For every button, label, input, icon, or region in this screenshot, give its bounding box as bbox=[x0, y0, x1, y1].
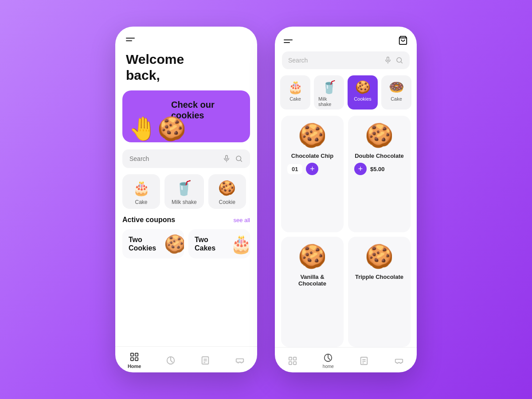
tripple-choc-image: 🍪 bbox=[365, 243, 394, 270]
choc-chip-qty: 01 bbox=[287, 164, 302, 174]
cat2-cake-label: Cake bbox=[289, 96, 301, 102]
double-choc-price: $5.00 bbox=[370, 166, 385, 172]
product-tripple-choc: 🍪 Tripple Chocolate bbox=[348, 237, 411, 348]
products-grid: 🍪 Chocolate Chip 01 + 🍪 Double Chocolate… bbox=[275, 116, 417, 347]
nav-tickets[interactable] bbox=[235, 356, 245, 365]
search2-placeholder: Search bbox=[288, 57, 380, 64]
search2-icon[interactable] bbox=[395, 56, 403, 64]
cat2-donut-emoji: 🍩 bbox=[389, 80, 404, 94]
nav-stats[interactable] bbox=[166, 356, 176, 365]
cat2-cookies-label: Cookies bbox=[354, 96, 372, 102]
nav-home-label: Home bbox=[128, 364, 141, 369]
svg-rect-20 bbox=[293, 357, 296, 360]
tripple-choc-name: Tripple Chocolate bbox=[355, 274, 403, 280]
nav2-grid[interactable] bbox=[288, 356, 297, 366]
svg-rect-7 bbox=[131, 358, 133, 360]
cat2-milkshake[interactable]: 🥤 Milk shake bbox=[314, 75, 344, 110]
cat-item-cookie[interactable]: 🍪 Cookie bbox=[208, 174, 246, 209]
cat-item-milkshake[interactable]: 🥤 Milk shake bbox=[164, 174, 204, 209]
svg-point-17 bbox=[397, 58, 402, 63]
nav-orders[interactable] bbox=[200, 356, 210, 365]
phone1: Welcome back, 🤚🍪 Check our cookies → bbox=[115, 27, 257, 372]
welcome-title: Welcome back, bbox=[126, 51, 246, 83]
nav2-home[interactable]: home bbox=[323, 353, 334, 369]
phone2-search-bar[interactable]: Search bbox=[282, 51, 410, 69]
cat2-cake-emoji: 🎂 bbox=[288, 80, 303, 94]
cat2-cookies[interactable]: 🍪 Cookies bbox=[348, 75, 378, 110]
phone2-nav: home bbox=[275, 347, 417, 372]
coupon-cookie-icon: 🍪 bbox=[164, 234, 184, 254]
cat2-milkshake-label: Milk shake bbox=[318, 96, 340, 107]
nav2-home-label: home bbox=[323, 364, 334, 369]
search-input[interactable] bbox=[129, 155, 219, 162]
categories-row: 🎂 Cake 🥤 Milk shake 🍪 Cookie bbox=[115, 174, 257, 216]
svg-rect-1 bbox=[226, 156, 228, 159]
choc-chip-image: 🍪 bbox=[298, 122, 327, 149]
promo-banner[interactable]: 🤚🍪 Check our cookies → bbox=[122, 90, 250, 142]
svg-rect-15 bbox=[387, 57, 389, 61]
menu2-icon[interactable] bbox=[284, 39, 293, 43]
phone2-header bbox=[275, 27, 417, 51]
svg-rect-21 bbox=[289, 362, 291, 364]
cat-label-milkshake: Milk shake bbox=[172, 199, 197, 205]
nav2-tickets[interactable] bbox=[394, 356, 404, 366]
mic2-icon[interactable] bbox=[384, 56, 392, 64]
search-icon[interactable] bbox=[235, 155, 243, 163]
categories2-row: 🎂 Cake 🥤 Milk shake 🍪 Cookies 🍩 Cake bbox=[275, 75, 417, 116]
coupons-row: TwoCookies 🍪 TwoCakes 🎂 bbox=[115, 229, 257, 258]
svg-point-3 bbox=[236, 156, 241, 161]
svg-line-18 bbox=[401, 62, 402, 63]
product-double-chocolate: 🍪 Double Chocolate + $5.00 bbox=[348, 116, 411, 232]
svg-rect-6 bbox=[135, 353, 138, 356]
choc-chip-name: Chocolate Chip bbox=[291, 153, 333, 159]
choc-chip-controls: 01 + bbox=[287, 163, 337, 175]
svg-rect-5 bbox=[131, 353, 133, 356]
coupon-card-1[interactable]: TwoCookies 🍪 bbox=[122, 229, 184, 258]
product-vanilla-choc: 🍪 Vanilla & Chocolate bbox=[281, 237, 344, 348]
cat2-milkshake-emoji: 🥤 bbox=[321, 80, 337, 94]
svg-rect-22 bbox=[293, 362, 296, 364]
see-all-link[interactable]: see all bbox=[233, 217, 250, 223]
double-choc-name: Double Chocolate bbox=[355, 153, 404, 159]
svg-rect-19 bbox=[289, 357, 291, 360]
cookie-emoji: 🍪 bbox=[218, 180, 236, 196]
cat2-cake[interactable]: 🎂 Cake bbox=[280, 75, 310, 110]
double-choc-add-btn[interactable]: + bbox=[354, 163, 367, 175]
coupons-title: Active coupons bbox=[122, 216, 175, 224]
cake-emoji: 🎂 bbox=[133, 180, 150, 196]
svg-rect-8 bbox=[135, 358, 138, 360]
menu-icon[interactable] bbox=[126, 38, 135, 41]
cart2-icon[interactable] bbox=[398, 35, 408, 47]
cat2-donut[interactable]: 🍩 Cake bbox=[381, 75, 411, 110]
cat-item-cake[interactable]: 🎂 Cake bbox=[122, 174, 160, 209]
product-chocolate-chip: 🍪 Chocolate Chip 01 + bbox=[281, 116, 344, 232]
cat-label-cookie: Cookie bbox=[219, 199, 235, 205]
mic-icon[interactable] bbox=[223, 155, 231, 163]
coupon-card-2[interactable]: TwoCakes 🎂 bbox=[188, 229, 250, 258]
search-bar[interactable] bbox=[122, 149, 250, 168]
nav-home[interactable]: Home bbox=[128, 352, 141, 369]
svg-line-4 bbox=[240, 160, 242, 161]
phone2: Search 🎂 Cake 🥤 Milk shake 🍪 Cookies 🍩 C… bbox=[275, 27, 417, 372]
coupon-cake-icon: 🎂 bbox=[230, 234, 250, 254]
phone1-header bbox=[115, 27, 257, 48]
vanilla-choc-name: Vanilla & Chocolate bbox=[287, 274, 337, 287]
coupons-header: Active coupons see all bbox=[115, 216, 257, 229]
promo-hand-icon: 🤚🍪 bbox=[129, 115, 186, 142]
cat-label-cake: Cake bbox=[135, 199, 147, 205]
cat2-cookies-emoji: 🍪 bbox=[355, 80, 371, 94]
cat2-donut-label: Cake bbox=[391, 96, 402, 102]
welcome-text: Welcome back, bbox=[115, 48, 257, 90]
milkshake-emoji: 🥤 bbox=[175, 180, 193, 196]
vanilla-choc-image: 🍪 bbox=[298, 243, 327, 270]
double-choc-image: 🍪 bbox=[365, 122, 394, 149]
phone1-nav: Home bbox=[115, 346, 257, 372]
nav2-orders[interactable] bbox=[359, 356, 369, 366]
choc-chip-add-btn[interactable]: + bbox=[306, 163, 318, 175]
double-choc-controls: + $5.00 bbox=[354, 163, 404, 175]
